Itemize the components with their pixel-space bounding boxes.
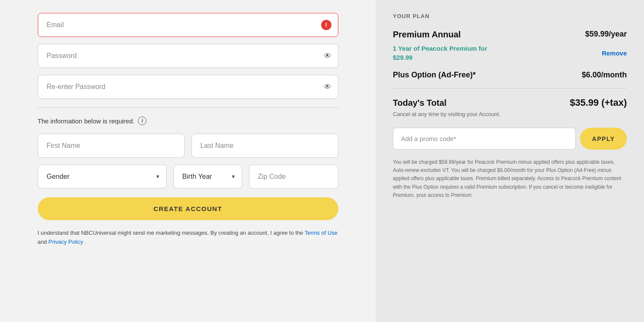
email-field[interactable]: [38, 13, 338, 37]
premium-plan-price: $59.99/year: [585, 30, 627, 39]
total-row: Today's Total $35.99 (+tax): [393, 97, 627, 108]
info-text-row: The information below is required. i: [38, 117, 338, 125]
birth-year-wrapper: Birth Year 2005 2004 2003 2000 1995 1990…: [173, 165, 242, 189]
total-price: $35.99 (+tax): [570, 97, 627, 108]
addon-price: $6.00/month: [582, 71, 627, 80]
addon-name: Plus Option (Ad-Free)*: [393, 71, 476, 80]
footer-text: I understand that NBCUniversal might sen…: [38, 229, 338, 247]
left-panel: ! 👁 👁 The information below is required.…: [0, 0, 376, 322]
promo-code-input[interactable]: [393, 128, 576, 150]
terms-of-use-link[interactable]: Terms of Use: [304, 230, 337, 236]
password-group: 👁: [38, 44, 338, 68]
first-name-field[interactable]: [38, 134, 185, 158]
promo-text: 1 Year of Peacock Premium for $29.99: [393, 44, 487, 62]
password-eye-icon[interactable]: 👁: [324, 52, 331, 61]
bottom-row: Gender Male Female Non-binary Prefer not…: [38, 165, 338, 189]
privacy-policy-link[interactable]: Privacy Policy: [49, 239, 83, 245]
apply-promo-button[interactable]: APPLY: [580, 128, 627, 150]
plan-divider: [393, 88, 627, 89]
name-row: [38, 134, 338, 158]
remove-promo-link[interactable]: Remove: [602, 49, 627, 57]
last-name-field[interactable]: [191, 134, 338, 158]
gender-select[interactable]: Gender Male Female Non-binary Prefer not…: [38, 165, 167, 188]
plan-section-title: YOUR PLAN: [393, 13, 627, 19]
right-panel: YOUR PLAN Premium Annual $59.99/year 1 Y…: [376, 0, 644, 322]
info-text-label: The information below is required.: [38, 117, 135, 125]
email-group: !: [38, 13, 338, 37]
error-icon: !: [321, 20, 331, 30]
birth-year-select[interactable]: Birth Year 2005 2004 2003 2000 1995 1990…: [173, 165, 242, 188]
promo-input-row: APPLY: [393, 128, 627, 150]
password-field[interactable]: [38, 44, 338, 68]
form-container: ! 👁 👁 The information below is required.…: [38, 13, 338, 247]
promo-row: 1 Year of Peacock Premium for $29.99 Rem…: [393, 44, 627, 62]
cancel-text: Cancel at any time by visiting your Acco…: [393, 111, 627, 117]
gender-wrapper: Gender Male Female Non-binary Prefer not…: [38, 165, 167, 189]
info-icon: i: [138, 117, 146, 125]
zip-code-field[interactable]: [249, 165, 338, 189]
addon-row: Plus Option (Ad-Free)* $6.00/month: [393, 71, 627, 80]
form-divider: [38, 107, 338, 108]
zip-wrapper: [249, 165, 338, 189]
create-account-button[interactable]: CREATE ACCOUNT: [38, 197, 338, 220]
premium-plan-name: Premium Annual: [393, 30, 461, 40]
reenter-password-group: 👁: [38, 75, 338, 99]
total-label: Today's Total: [393, 98, 447, 108]
reenter-eye-icon[interactable]: 👁: [324, 83, 331, 92]
premium-plan-row: Premium Annual $59.99/year: [393, 30, 627, 40]
fine-print-text: You will be charged $59.99/year for Peac…: [393, 158, 627, 199]
reenter-password-field[interactable]: [38, 75, 338, 99]
